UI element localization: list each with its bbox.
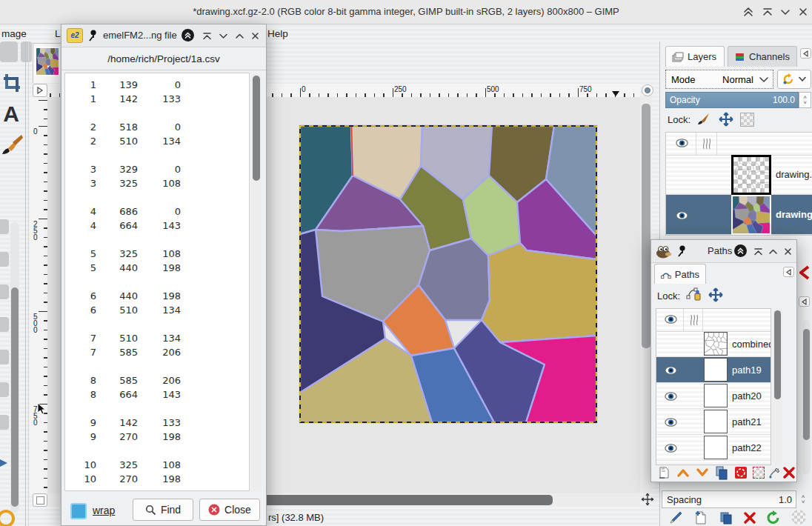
paths-scrollbar[interactable] (773, 308, 782, 465)
visibility-column-header[interactable] (662, 314, 679, 326)
chain-icon[interactable] (689, 314, 699, 326)
text-tool-button[interactable]: A (0, 101, 22, 127)
path-thumbnail[interactable] (704, 358, 728, 382)
blue-arrow-icon[interactable] (0, 458, 9, 468)
lock-position-button[interactable] (718, 111, 734, 127)
layers-tab-menu-button[interactable] (800, 48, 811, 59)
viewer-scrollbar-thumb[interactable] (253, 76, 260, 181)
path-name[interactable]: path20 (732, 390, 762, 402)
roll-up-badge[interactable] (734, 244, 747, 257)
vertical-ruler[interactable]: 0 250 500 750 (30, 97, 48, 493)
opacity-spinner[interactable]: ˄˅ (799, 92, 811, 108)
zoom-follow-window-button[interactable] (642, 84, 653, 96)
stroke-path-button[interactable] (767, 465, 782, 480)
tool-option-row[interactable] (0, 382, 9, 397)
path-to-selection-button[interactable] (733, 465, 749, 480)
path-row[interactable]: combined (656, 331, 771, 357)
path-thumbnail[interactable] (704, 332, 728, 356)
paths-titlebar[interactable]: Paths (651, 240, 796, 263)
layer-visibility-toggle[interactable] (673, 210, 690, 221)
viewer-minimize-button[interactable] (216, 28, 230, 43)
viewer-maximize-button[interactable] (232, 28, 247, 43)
path-thumbnail[interactable] (704, 410, 728, 433)
close-window-button[interactable] (796, 4, 811, 19)
path-name[interactable]: path22 (732, 442, 762, 453)
menu-help[interactable]: Help (267, 28, 288, 39)
lock-path-position-button[interactable] (708, 287, 724, 303)
spacing-spinner[interactable]: ˄˅ (797, 490, 809, 508)
brush-spacing-slider[interactable]: Spacing 1.0 (662, 490, 796, 508)
canvas-image[interactable] (299, 124, 598, 424)
path-row[interactable]: path21 (656, 409, 771, 435)
crop-tool-button[interactable] (0, 70, 24, 96)
paintbrush-tool-button[interactable] (0, 130, 25, 159)
layer-name[interactable]: drawing.svg (776, 169, 812, 180)
lock-pixels-button[interactable] (696, 111, 712, 127)
path-row[interactable]: path20 (656, 383, 771, 409)
path-name[interactable]: path19 (732, 364, 762, 376)
roll-up-badge[interactable] (182, 29, 194, 41)
opacity-slider[interactable]: Opacity 100.0 (665, 92, 799, 108)
mode-switch-button[interactable] (777, 70, 811, 89)
path-visibility-toggle[interactable] (662, 339, 679, 350)
paths-scrollbar-thumb[interactable] (774, 310, 781, 399)
hidden-dock-scrollbar-thumb[interactable] (803, 329, 810, 440)
layer-name[interactable]: drawing.svg (776, 209, 812, 220)
close-button[interactable]: Close (199, 499, 260, 521)
path-thumbnail[interactable] (704, 384, 728, 407)
path-thumbnail[interactable] (704, 436, 728, 459)
duplicate-brush-button[interactable] (717, 510, 735, 526)
edit-brush-button[interactable] (667, 510, 685, 526)
layer-mode-dropdown[interactable]: Mode Normal (665, 70, 773, 89)
tool-option-row[interactable] (0, 284, 9, 299)
layer-thumbnail[interactable] (731, 195, 771, 235)
tool-option-row[interactable] (0, 219, 9, 234)
path-row[interactable]: path22 (656, 435, 771, 461)
viewer-shade-button[interactable] (199, 28, 214, 43)
layer-thumbnail[interactable] (731, 155, 771, 195)
lock-path-button[interactable] (685, 286, 703, 304)
duplicate-path-button[interactable] (713, 465, 730, 480)
refresh-brushes-button[interactable] (765, 510, 782, 526)
tool-option-row[interactable] (0, 317, 9, 332)
new-path-button[interactable] (656, 465, 672, 480)
delete-path-button[interactable] (782, 465, 796, 480)
viewer-titlebar[interactable]: e2 emelFM2...ng file (61, 24, 266, 47)
tab-layers[interactable]: Layers (665, 46, 725, 67)
layer-visibility-toggle[interactable] (673, 170, 690, 181)
tool-option-row[interactable] (0, 252, 9, 267)
lower-path-button[interactable] (694, 465, 710, 480)
viewer-text-area[interactable]: 1139011421332518025101343329033251084686… (64, 73, 250, 491)
lock-alpha-button[interactable] (740, 113, 754, 127)
menu-image[interactable]: mage (1, 28, 27, 39)
wrap-checkbox[interactable] (70, 503, 87, 519)
path-row[interactable]: path19 (656, 357, 771, 383)
tool-option-row[interactable] (0, 415, 9, 430)
left-dock-scrollbar[interactable] (10, 222, 19, 513)
hidden-dock-tab-menu-button[interactable] (799, 296, 810, 307)
navigation-button[interactable] (640, 492, 655, 507)
path-name[interactable]: combined (732, 339, 771, 350)
viewer-close-button[interactable] (247, 28, 262, 43)
tool-button[interactable] (21, 41, 32, 62)
paths-maximize-button[interactable] (765, 244, 780, 259)
tool-option-row[interactable] (0, 350, 9, 364)
paths-tab-menu-button[interactable] (783, 267, 794, 277)
selection-to-path-button[interactable] (751, 465, 767, 480)
quick-mask-button[interactable] (33, 493, 47, 507)
paths-tab[interactable]: Paths (654, 264, 706, 284)
visibility-column-header[interactable] (673, 138, 690, 150)
path-visibility-toggle[interactable] (662, 365, 679, 376)
find-button[interactable]: Find (133, 499, 193, 521)
shade-button[interactable] (760, 4, 775, 19)
tab-channels[interactable]: Channels (728, 46, 797, 67)
hidden-dock-scrollbar[interactable] (802, 320, 811, 474)
raise-path-button[interactable] (675, 465, 691, 480)
layer-row[interactable]: drawing.svg (666, 155, 812, 195)
path-visibility-toggle[interactable] (662, 391, 679, 402)
paths-shade-button[interactable] (751, 244, 765, 259)
path-visibility-toggle[interactable] (662, 417, 679, 427)
path-visibility-toggle[interactable] (662, 443, 679, 453)
viewer-scrollbar[interactable] (251, 73, 262, 491)
path-name[interactable]: path21 (732, 416, 762, 427)
